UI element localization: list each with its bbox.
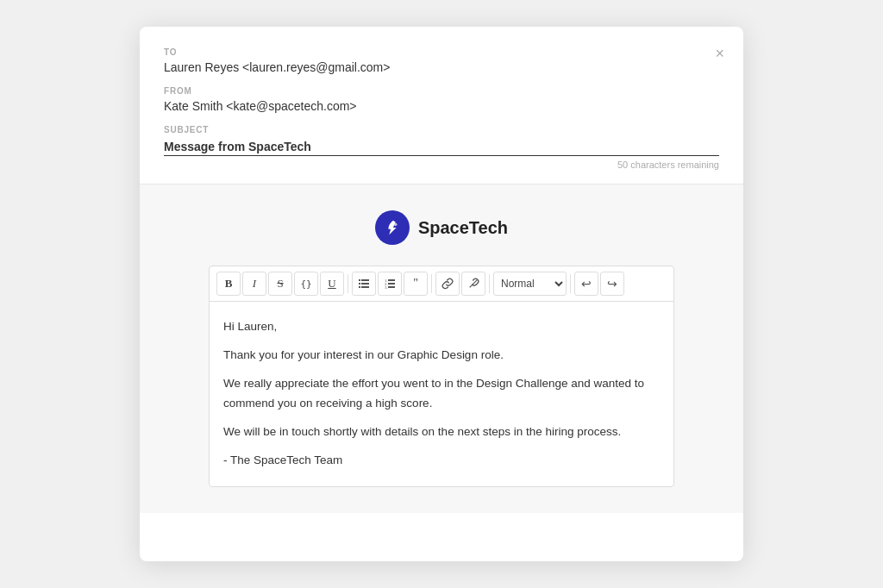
redo-button[interactable]: ↪ — [600, 272, 624, 296]
email-line-2: Thank you for your interest in our Graph… — [223, 346, 660, 366]
svg-rect-3 — [359, 283, 360, 285]
from-field-group: FROM Kate Smith <kate@spacetech.com> — [164, 86, 719, 113]
from-value: Kate Smith <kate@spacetech.com> — [164, 99, 719, 113]
unordered-list-button[interactable] — [352, 272, 376, 296]
format-select[interactable]: Normal Heading 1 Heading 2 Heading 3 — [493, 272, 567, 296]
undo-button[interactable]: ↩ — [574, 272, 598, 296]
subject-input[interactable] — [164, 138, 719, 156]
strikethrough-button[interactable]: S — [268, 272, 292, 296]
to-label: TO — [164, 47, 719, 57]
svg-text:3.: 3. — [385, 285, 388, 290]
to-field-group: TO Lauren Reyes <lauren.reyes@gmail.com> — [164, 47, 719, 74]
blockquote-button[interactable]: " — [404, 272, 428, 296]
email-line-3: We really appreciate the effort you went… — [223, 374, 660, 414]
toolbar-separator-3 — [489, 274, 490, 293]
editor-content[interactable]: Hi Lauren, Thank you for your interest i… — [210, 302, 673, 486]
toolbar-separator-4 — [570, 274, 571, 293]
logo-icon — [375, 210, 410, 245]
svg-rect-12 — [388, 286, 395, 288]
svg-rect-8 — [388, 279, 395, 281]
modal-header: × TO Lauren Reyes <lauren.reyes@gmail.co… — [140, 27, 743, 185]
bold-button[interactable]: B — [216, 272, 241, 296]
subject-label: SUBJECT — [164, 125, 719, 134]
code-button[interactable]: {} — [294, 272, 318, 296]
from-label: FROM — [164, 86, 719, 96]
svg-rect-6 — [361, 286, 369, 288]
compose-email-modal: × TO Lauren Reyes <lauren.reyes@gmail.co… — [140, 27, 743, 561]
modal-overlay: × TO Lauren Reyes <lauren.reyes@gmail.co… — [0, 0, 883, 588]
to-value: Lauren Reyes <lauren.reyes@gmail.com> — [164, 60, 719, 74]
link-button[interactable] — [435, 272, 460, 296]
toolbar-separator-2 — [431, 274, 432, 293]
editor-toolbar: B I S {} U 1.2.3. " — [210, 266, 673, 302]
email-editor: B I S {} U 1.2.3. " — [209, 266, 674, 487]
svg-rect-2 — [361, 279, 369, 281]
close-button[interactable]: × — [711, 42, 728, 65]
subject-field-group: SUBJECT 50 characters remaining — [164, 125, 719, 170]
logo-text: SpaceTech — [418, 218, 508, 238]
svg-line-13 — [470, 280, 478, 288]
char-remaining: 50 characters remaining — [164, 160, 719, 170]
svg-point-0 — [394, 223, 398, 227]
underline-button[interactable]: U — [320, 272, 344, 296]
svg-rect-4 — [361, 283, 369, 285]
svg-rect-1 — [359, 279, 360, 281]
ordered-list-button[interactable]: 1.2.3. — [378, 272, 402, 296]
unlink-button[interactable] — [461, 272, 485, 296]
svg-rect-5 — [359, 286, 360, 288]
svg-rect-10 — [388, 283, 395, 285]
email-logo: SpaceTech — [209, 210, 674, 245]
email-line-1: Hi Lauren, — [223, 317, 660, 337]
toolbar-separator-1 — [348, 274, 348, 293]
email-line-5: - The SpaceTech Team — [223, 451, 660, 471]
email-line-4: We will be in touch shortly with details… — [223, 422, 660, 442]
italic-button[interactable]: I — [242, 272, 266, 296]
modal-body: SpaceTech B I S {} U 1.2.3. — [140, 185, 743, 513]
